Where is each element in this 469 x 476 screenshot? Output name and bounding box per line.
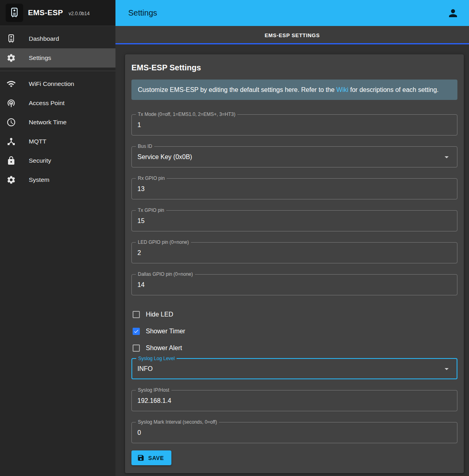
- dallas-gpio-input[interactable]: [137, 281, 451, 289]
- brand-header: EMS-ESP v2.0.0b14: [0, 0, 115, 26]
- info-text: Customize EMS-ESP by editing the default…: [138, 86, 336, 93]
- field-label: Syslog IP/Host: [136, 387, 171, 393]
- sidebar-nav: Dashboard Settings WiFi Connection Acc: [0, 26, 115, 189]
- tab-indicator: [115, 43, 469, 44]
- account-button[interactable]: [445, 5, 461, 21]
- rx-gpio-input[interactable]: [137, 185, 451, 193]
- info-banner: Customize EMS-ESP by editing the default…: [131, 80, 457, 100]
- save-row: SAVE: [131, 450, 457, 467]
- syslog-host-input[interactable]: [137, 397, 451, 404]
- clock-icon: [6, 118, 16, 127]
- sidebar: EMS-ESP v2.0.0b14 Dashboard Settings: [0, 0, 115, 476]
- access-point-icon: [6, 98, 16, 108]
- check-icon: [133, 328, 139, 335]
- tx-mode-input[interactable]: [137, 121, 451, 129]
- tab-ems-esp-settings[interactable]: EMS-ESP SETTINGS: [264, 32, 320, 38]
- hide-led-checkbox[interactable]: [133, 311, 140, 318]
- field-dallas-gpio: Dallas GPIO pin (0=none): [131, 274, 457, 295]
- checkbox-label: Shower Alert: [146, 345, 182, 352]
- field-syslog-mark-interval: Syslog Mark Interval (seconds, 0=off): [131, 422, 457, 443]
- field-label: Syslog Log Level: [136, 356, 177, 362]
- sidebar-divider: [0, 71, 115, 71]
- settings-card: EMS-ESP Settings Customize EMS-ESP by ed…: [125, 54, 464, 473]
- field-tx-mode: Tx Mode (0=off, 1=EMS1.0, 2=EMS+, 3=HT3): [131, 114, 457, 135]
- field-syslog-host: Syslog IP/Host: [131, 390, 457, 411]
- system-gear-icon: [6, 175, 16, 185]
- wifi-icon: [6, 79, 16, 89]
- sidebar-item-security[interactable]: Security: [0, 151, 115, 170]
- save-button[interactable]: SAVE: [131, 450, 171, 465]
- checkbox-label: Hide LED: [146, 311, 173, 318]
- sidebar-item-label: Network Time: [29, 119, 67, 126]
- shower-alert-checkbox[interactable]: [133, 345, 140, 352]
- checkbox-label: Shower Timer: [146, 328, 185, 335]
- sidebar-item-label: System: [29, 176, 50, 183]
- sidebar-item-access-point[interactable]: Access Point: [0, 94, 115, 113]
- field-label: Tx Mode (0=off, 1=EMS1.0, 2=EMS+, 3=HT3): [136, 112, 237, 118]
- sidebar-item-label: Access Point: [29, 100, 65, 107]
- info-text: for descriptions of each setting.: [348, 86, 439, 93]
- sidebar-item-label: Dashboard: [29, 35, 59, 42]
- checkbox-group: Hide LED Shower Timer Shower Alert: [131, 306, 457, 357]
- chevron-down-icon: [442, 152, 451, 162]
- field-tx-gpio: Tx GPIO pin: [131, 210, 457, 231]
- lock-icon: [6, 156, 16, 165]
- sidebar-item-label: Security: [29, 157, 51, 164]
- content-scroll-area: EMS-ESP Settings Customize EMS-ESP by ed…: [115, 44, 469, 476]
- sidebar-item-label: Settings: [29, 54, 51, 62]
- wiki-link[interactable]: Wiki: [336, 86, 348, 93]
- dashboard-icon: [6, 34, 16, 44]
- field-label: Rx GPIO pin: [136, 175, 167, 181]
- chevron-down-icon: [442, 364, 451, 374]
- mqtt-icon: [6, 137, 16, 146]
- sidebar-item-label: WiFi Connection: [29, 80, 74, 88]
- ems-esp-logo-icon: [6, 4, 23, 22]
- app-window: EMS-ESP v2.0.0b14 Dashboard Settings: [0, 0, 469, 476]
- card-title: EMS-ESP Settings: [131, 63, 457, 72]
- sidebar-item-network-time[interactable]: Network Time: [0, 113, 115, 132]
- field-label: LED GPIO pin (0=none): [136, 239, 191, 245]
- field-label: Tx GPIO pin: [136, 207, 166, 213]
- field-label: Bus ID: [136, 143, 154, 149]
- shower-timer-row[interactable]: Shower Timer: [131, 323, 457, 340]
- brand-name: EMS-ESP: [28, 8, 63, 17]
- shower-alert-row[interactable]: Shower Alert: [131, 340, 457, 357]
- brand-version: v2.0.0b14: [69, 9, 90, 16]
- hide-led-row[interactable]: Hide LED: [131, 306, 457, 323]
- bus-id-select[interactable]: Bus ID Service Key (0x0B): [131, 146, 457, 167]
- field-label: Dallas GPIO pin (0=none): [136, 271, 195, 277]
- sidebar-item-label: MQTT: [29, 138, 46, 145]
- syslog-level-select[interactable]: Syslog Log Level INFO: [131, 358, 457, 379]
- tx-gpio-input[interactable]: [137, 217, 451, 225]
- sidebar-item-settings[interactable]: Settings: [0, 48, 115, 68]
- field-label: Syslog Mark Interval (seconds, 0=off): [136, 419, 219, 425]
- sidebar-item-system[interactable]: System: [0, 170, 115, 189]
- page-title: Settings: [128, 8, 445, 18]
- field-rx-gpio: Rx GPIO pin: [131, 178, 457, 199]
- select-value: INFO: [137, 365, 442, 372]
- select-value: Service Key (0x0B): [137, 153, 442, 161]
- save-icon: [137, 454, 145, 462]
- syslog-mark-interval-input[interactable]: [137, 429, 451, 436]
- person-icon: [447, 7, 459, 19]
- tab-bar: EMS-ESP SETTINGS: [115, 26, 469, 44]
- field-led-gpio: LED GPIO pin (0=none): [131, 242, 457, 263]
- shower-timer-checkbox[interactable]: [133, 328, 140, 335]
- led-gpio-input[interactable]: [137, 249, 451, 257]
- appbar: Settings: [115, 0, 469, 26]
- gear-icon: [6, 53, 16, 63]
- sidebar-item-wifi-connection[interactable]: WiFi Connection: [0, 74, 115, 94]
- sidebar-item-mqtt[interactable]: MQTT: [0, 132, 115, 151]
- sidebar-item-dashboard[interactable]: Dashboard: [0, 29, 115, 48]
- main-area: Settings EMS-ESP SETTINGS EMS-ESP Settin…: [115, 0, 469, 476]
- save-button-label: SAVE: [148, 455, 164, 461]
